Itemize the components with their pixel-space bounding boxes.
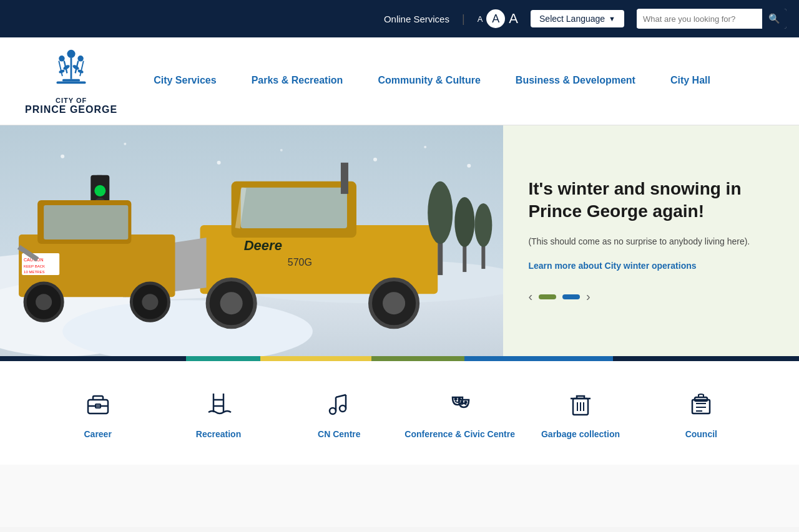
quicklink-garbage-label: Garbage collection (541, 428, 620, 440)
svg-point-55 (474, 203, 492, 247)
svg-point-22 (94, 185, 105, 196)
slide-dot-1[interactable] (539, 294, 556, 299)
hero-title: It's winter and snowing in Prince George… (528, 178, 774, 223)
city-name-label: PRINCE GEORGE (25, 104, 117, 115)
svg-point-70 (330, 408, 336, 414)
city-of-label: CITY OF (56, 97, 87, 104)
color-bar-blue (464, 356, 613, 361)
quicklink-recreation[interactable]: Recreation (158, 386, 278, 440)
music-icon (321, 386, 356, 421)
hero-section: Deere 570G CAUTION KEEP BACK 10 METRES (0, 125, 799, 356)
trash-icon (563, 386, 598, 421)
quicklink-cn-centre-label: CN Centre (318, 428, 360, 440)
nav-community-culture[interactable]: Community & Culture (360, 62, 498, 100)
svg-rect-27 (241, 188, 347, 228)
svg-point-46 (36, 294, 52, 310)
quicklink-conference[interactable]: Conference & Civic Centre (400, 386, 520, 440)
svg-point-77 (461, 402, 463, 404)
quicklink-cn-centre[interactable]: CN Centre (279, 386, 400, 440)
chevron-down-icon: ▼ (609, 15, 615, 22)
quicklink-garbage[interactable]: Garbage collection (520, 386, 640, 440)
color-bar-navy2 (613, 356, 799, 361)
nav-parks-recreation[interactable]: Parks & Recreation (234, 62, 361, 100)
svg-point-58 (217, 161, 221, 165)
svg-point-35 (383, 292, 405, 314)
quick-links-section: Career Recreation CN Centre (0, 361, 799, 465)
color-bar-green (371, 356, 464, 361)
svg-line-7 (80, 61, 84, 76)
svg-point-59 (280, 149, 283, 152)
svg-point-78 (464, 402, 466, 404)
main-nav: City Services Parks & Recreation Communi… (136, 62, 799, 100)
svg-point-56 (61, 155, 64, 158)
svg-text:KEEP BACK: KEEP BACK (24, 264, 45, 268)
font-large-button[interactable]: A (509, 11, 518, 27)
svg-point-62 (467, 164, 471, 168)
color-bar (0, 356, 799, 361)
slide-controls: ‹ › (528, 289, 774, 304)
svg-text:570G: 570G (288, 256, 312, 268)
svg-text:Deere: Deere (244, 238, 282, 253)
pool-icon (201, 386, 236, 421)
quicklink-recreation-label: Recreation (196, 428, 241, 440)
bottom-area (0, 465, 799, 527)
hero-content-panel: It's winter and snowing in Prince George… (503, 125, 799, 356)
svg-point-71 (340, 405, 346, 412)
slide-next-button[interactable]: › (586, 289, 591, 304)
slide-dot-2[interactable] (562, 294, 580, 299)
svg-point-1 (59, 56, 64, 61)
svg-rect-13 (57, 82, 86, 84)
quicklink-career-label: Career (84, 428, 111, 440)
svg-line-6 (59, 61, 62, 76)
svg-text:10 METRES: 10 METRES (24, 270, 44, 274)
search-icon: 🔍 (768, 13, 780, 24)
svg-point-57 (124, 143, 126, 145)
header: CITY OF PRINCE GEORGE City Services Park… (0, 37, 799, 125)
online-services-link[interactable]: Online Services (384, 14, 449, 24)
quicklink-conference-label: Conference & Civic Centre (404, 428, 515, 440)
color-bar-navy (0, 356, 186, 361)
svg-point-48 (142, 294, 158, 310)
nav-business-development[interactable]: Business & Development (498, 62, 653, 100)
svg-point-60 (373, 158, 377, 162)
font-small-button[interactable]: A (478, 14, 483, 24)
city-logo (49, 47, 93, 97)
search-bar: 🔍 (637, 9, 787, 29)
svg-point-75 (454, 399, 456, 400)
font-medium-button[interactable]: A (486, 9, 505, 28)
svg-point-51 (428, 181, 453, 244)
search-input[interactable] (637, 10, 762, 28)
font-size-controls: A A A (478, 9, 518, 28)
briefcase-icon (81, 386, 115, 421)
nav-city-services[interactable]: City Services (136, 62, 234, 100)
svg-rect-40 (44, 205, 128, 239)
council-icon (684, 386, 718, 421)
svg-rect-12 (62, 79, 80, 82)
quicklink-career[interactable]: Career (37, 386, 158, 440)
language-select-button[interactable]: Select Language ▼ (531, 10, 624, 27)
search-button[interactable]: 🔍 (762, 9, 787, 29)
svg-point-61 (424, 146, 426, 148)
hero-link[interactable]: Learn more about City winter operations (528, 261, 774, 271)
svg-point-2 (77, 56, 83, 61)
color-bar-yellow (260, 356, 372, 361)
svg-point-53 (454, 197, 474, 247)
quicklink-council[interactable]: Council (641, 386, 762, 440)
nav-city-hall[interactable]: City Hall (653, 62, 728, 100)
divider: | (462, 12, 465, 26)
color-bar-teal (186, 356, 260, 361)
logo-area: CITY OF PRINCE GEORGE (25, 37, 136, 125)
quicklink-council-label: Council (685, 428, 717, 440)
hero-subtitle: (This should come as no surprise to anyb… (528, 235, 774, 248)
slide-prev-button[interactable]: ‹ (528, 289, 532, 304)
svg-point-0 (67, 50, 75, 58)
hero-image: Deere 570G CAUTION KEEP BACK 10 METRES (0, 125, 503, 356)
theatre-icon (443, 386, 478, 421)
svg-point-33 (220, 292, 243, 314)
top-bar: Online Services | A A A Select Language … (0, 0, 799, 37)
svg-line-74 (336, 395, 346, 397)
svg-rect-29 (341, 163, 348, 194)
